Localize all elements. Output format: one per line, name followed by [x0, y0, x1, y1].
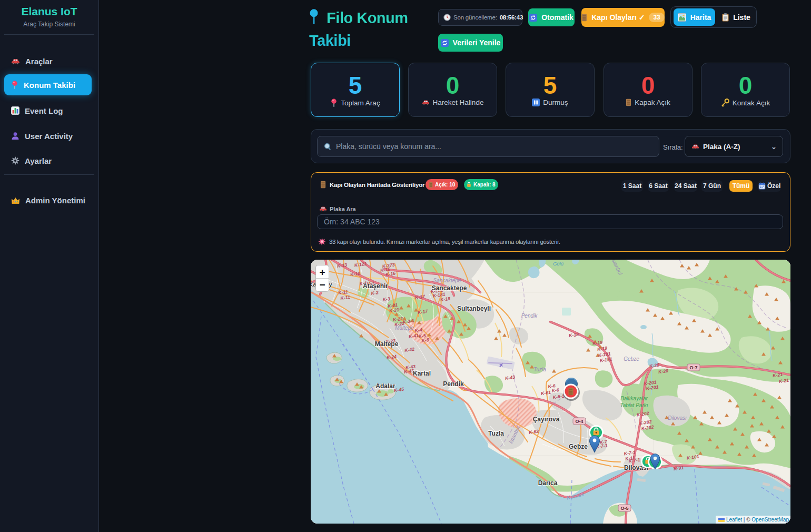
svg-text:Leaflet | © OpenStreetMap: Leaflet | © OpenStreetMap	[726, 517, 789, 523]
svg-text:Maltepe: Maltepe	[395, 325, 414, 331]
svg-text:+: +	[319, 267, 325, 278]
svg-text:Darıca: Darıca	[538, 479, 558, 487]
svg-text:Ataşehir: Ataşehir	[363, 282, 388, 290]
svg-text:O-5: O-5	[620, 506, 628, 511]
svg-text:Ballıkayalar: Ballıkayalar	[620, 396, 648, 401]
svg-text:K-4: K-4	[414, 327, 423, 333]
svg-text:K-6: K-6	[551, 387, 560, 393]
svg-text:Gölü: Gölü	[553, 261, 564, 267]
svg-text:Tabiat Parkı: Tabiat Parkı	[620, 402, 648, 408]
svg-text:Pendik: Pendik	[521, 313, 538, 319]
svg-text:Gebze: Gebze	[569, 443, 588, 450]
svg-text:−: −	[319, 279, 325, 290]
svg-text:O-7: O-7	[689, 365, 697, 370]
svg-text:Tuzla: Tuzla	[533, 367, 546, 372]
svg-text:K-5: K-5	[421, 337, 430, 343]
svg-text:Maltepe: Maltepe	[375, 340, 399, 348]
svg-text:K-2: K-2	[371, 290, 379, 296]
svg-text:O-4: O-4	[575, 419, 583, 424]
svg-text:Tuzla: Tuzla	[488, 430, 504, 437]
svg-text:K-3: K-3	[382, 296, 391, 302]
svg-text:Kartal: Kartal	[413, 370, 431, 377]
svg-text:Adalar: Adalar	[375, 382, 395, 390]
svg-text:Sancaktepe: Sancaktepe	[432, 284, 467, 292]
svg-text:Pendik: Pendik	[443, 380, 464, 388]
svg-text:Gebze: Gebze	[624, 356, 639, 362]
svg-text:Sultanbeyli: Sultanbeyli	[457, 305, 491, 312]
svg-text:Sancaktepe: Sancaktepe	[433, 278, 461, 283]
svg-text:Çayırova: Çayırova	[533, 416, 560, 423]
svg-text:Dilovası: Dilovası	[668, 415, 687, 421]
